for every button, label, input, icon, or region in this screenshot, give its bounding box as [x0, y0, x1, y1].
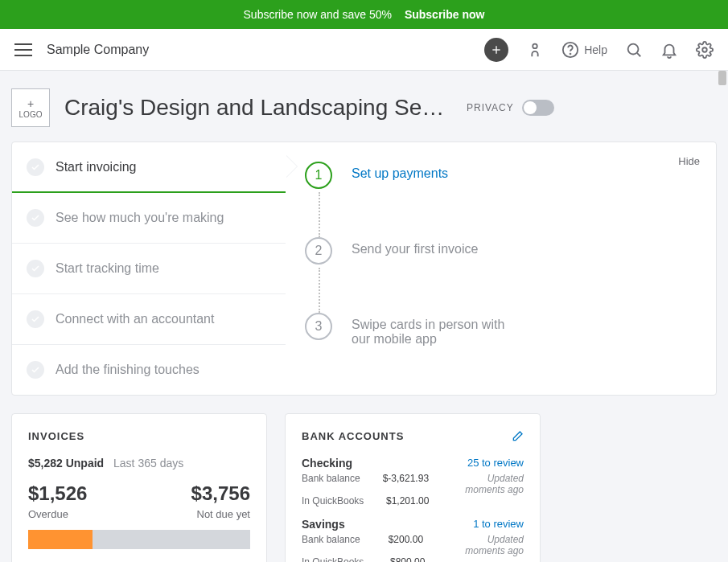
step-number: 1 [305, 162, 332, 189]
company-header: + LOGO Craig's Design and Landscaping Se… [11, 71, 717, 142]
check-icon [27, 310, 44, 328]
card-title: BANK ACCOUNTS [302, 430, 524, 442]
step-label: Send your first invoice [352, 237, 478, 256]
setup-card: Start invoicing See how much you're maki… [11, 142, 717, 396]
notdue-label: Not due yet [197, 508, 251, 520]
overdue-label: Overdue [28, 508, 68, 520]
company-name[interactable]: Sample Company [47, 43, 149, 57]
balance-value: $-3,621.93 [383, 473, 429, 495]
svg-point-4 [570, 53, 571, 54]
privacy-label: PRIVACY [467, 102, 514, 113]
check-icon [27, 260, 44, 277]
main-content: + LOGO Craig's Design and Landscaping Se… [0, 71, 728, 562]
check-icon [27, 158, 44, 176]
promo-text: Subscribe now and save 50% [244, 8, 392, 21]
bank-account-savings: Savings 1 to review Bank balance $200.00… [302, 518, 524, 562]
pencil-icon[interactable] [511, 430, 524, 443]
qb-value: $1,201.00 [386, 495, 429, 507]
invoice-bar[interactable] [28, 530, 250, 549]
step-send-invoice[interactable]: 2 Send your first invoice [305, 237, 697, 265]
svg-point-5 [628, 43, 639, 54]
account-name[interactable]: Savings [302, 518, 345, 531]
promo-cta[interactable]: Subscribe now [405, 8, 485, 21]
setup-tab-invoicing[interactable]: Start invoicing [12, 142, 286, 193]
notdue-amount: $3,756 [191, 482, 250, 505]
qb-label: In QuickBooks [302, 495, 364, 507]
balance-label: Bank balance [302, 473, 360, 495]
setup-tab-label: See how much you're making [56, 211, 224, 225]
help-button[interactable]: Help [561, 41, 607, 59]
balance-label: Bank balance [302, 534, 360, 556]
svg-line-6 [637, 53, 640, 56]
step-number: 3 [305, 313, 332, 340]
setup-steps-panel: Hide 1 Set up payments 2 Send your first… [286, 142, 716, 395]
privacy-toggle[interactable] [522, 100, 554, 116]
invoices-card: INVOICES $5,282 Unpaid Last 365 days $1,… [11, 413, 267, 562]
help-label: Help [584, 43, 607, 56]
setup-tab-label: Start tracking time [56, 261, 159, 276]
setup-tabs: Start invoicing See how much you're maki… [12, 142, 286, 395]
qb-label: In QuickBooks [302, 556, 364, 562]
promo-banner: Subscribe now and save 50% Subscribe now [0, 0, 728, 29]
setup-tab-label: Start invoicing [56, 160, 137, 174]
bell-icon[interactable] [660, 41, 678, 59]
setup-tab-reports[interactable]: See how much you're making [12, 193, 286, 244]
topbar-actions: Help [484, 38, 714, 62]
setup-tab-finishing[interactable]: Add the finishing touches [12, 345, 286, 395]
step-label: Set up payments [352, 162, 448, 181]
bank-accounts-card: BANK ACCOUNTS Checking 25 to review Bank… [285, 413, 541, 562]
topbar: Sample Company Help [0, 29, 728, 71]
search-icon[interactable] [625, 41, 643, 59]
privacy-control: PRIVACY [467, 100, 554, 116]
overdue-segment [28, 530, 93, 549]
updated-text: Updated moments ago [451, 473, 524, 495]
svg-point-7 [702, 47, 707, 52]
qb-value: $800.00 [390, 556, 425, 562]
check-icon [27, 209, 44, 227]
setup-tab-time[interactable]: Start tracking time [12, 244, 286, 294]
arrow-icon [286, 155, 297, 178]
review-link[interactable]: 25 to review [467, 457, 524, 470]
step-number: 2 [305, 237, 332, 265]
check-icon [27, 361, 44, 379]
setup-tab-accountant[interactable]: Connect with an accountant [12, 294, 286, 345]
add-logo-button[interactable]: + LOGO [11, 88, 50, 127]
page-title: Craig's Design and Landscaping Servi… [64, 95, 450, 121]
menu-icon[interactable] [14, 43, 32, 56]
review-link[interactable]: 1 to review [473, 518, 524, 531]
svg-point-2 [533, 43, 537, 48]
step-label: Swipe cards in person with our mobile ap… [352, 313, 520, 347]
step-setup-payments[interactable]: 1 Set up payments [305, 162, 697, 189]
logo-label: LOGO [19, 110, 43, 119]
balance-value: $200.00 [389, 534, 423, 556]
plus-icon: + [27, 97, 34, 110]
date-range: Last 365 days [113, 457, 183, 470]
account-name[interactable]: Checking [302, 457, 352, 470]
bank-account-checking: Checking 25 to review Bank balance $-3,6… [302, 457, 524, 507]
setup-tab-label: Add the finishing touches [56, 363, 199, 377]
create-button[interactable] [484, 38, 508, 62]
gear-icon[interactable] [696, 41, 714, 59]
overdue-amount: $1,526 [28, 482, 87, 505]
dashboard-row: INVOICES $5,282 Unpaid Last 365 days $1,… [11, 413, 717, 562]
invoices-summary: $5,282 Unpaid Last 365 days [28, 457, 250, 470]
setup-tab-label: Connect with an accountant [56, 312, 214, 326]
updated-text: Updated moments ago [451, 534, 524, 556]
step-swipe-cards[interactable]: 3 Swipe cards in person with our mobile … [305, 313, 697, 347]
unpaid-amount: $5,282 Unpaid [28, 457, 104, 470]
user-icon[interactable] [526, 41, 544, 59]
card-title: INVOICES [28, 430, 250, 442]
